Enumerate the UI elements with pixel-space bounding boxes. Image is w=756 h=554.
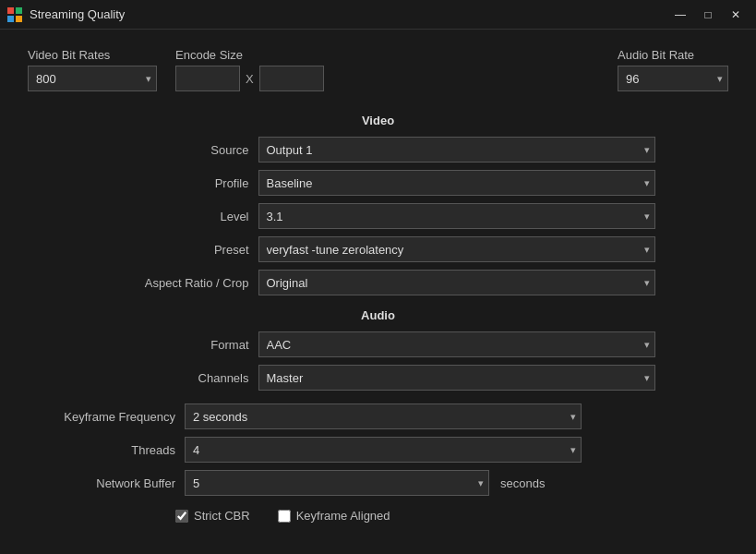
profile-control: Baseline Main High bbox=[258, 170, 655, 196]
keyframe-aligned-item[interactable]: Keyframe Aligned bbox=[278, 509, 390, 523]
aspect-select[interactable]: Original 16:9 4:3 1:1 bbox=[258, 270, 655, 295]
audio-bit-rate-select[interactable]: 96 128 160 192 256 320 bbox=[618, 66, 728, 91]
threads-control: 4 1 2 8 bbox=[185, 437, 582, 463]
strict-cbr-checkbox[interactable] bbox=[175, 510, 188, 523]
encode-inputs: 1280 X 720 bbox=[175, 66, 324, 91]
source-label: Source bbox=[102, 143, 249, 157]
network-buffer-select[interactable]: 5 1 2 3 10 bbox=[185, 470, 489, 496]
video-form-grid: Source Output 1 Output 2 Scene 1 Profile… bbox=[102, 137, 655, 295]
preset-label: Preset bbox=[102, 243, 249, 257]
close-button[interactable]: ✕ bbox=[723, 5, 749, 25]
source-wrapper: Output 1 Output 2 Scene 1 bbox=[258, 137, 655, 163]
threads-wrapper: 4 1 2 8 bbox=[185, 437, 582, 463]
keyframe-label: Keyframe Frequency bbox=[28, 410, 175, 424]
app-icon bbox=[7, 7, 22, 22]
network-buffer-control: 5 1 2 3 10 seconds bbox=[185, 470, 582, 496]
video-section-title: Video bbox=[28, 114, 728, 127]
audio-bit-rate-label: Audio Bit Rate bbox=[618, 48, 728, 62]
preset-wrapper: veryfast -tune zerolatency fast medium s… bbox=[258, 236, 655, 262]
source-select[interactable]: Output 1 Output 2 Scene 1 bbox=[258, 137, 655, 163]
audio-section-title: Audio bbox=[28, 308, 728, 322]
audio-bit-rate-wrapper: 96 128 160 192 256 320 bbox=[618, 66, 728, 91]
x-separator: X bbox=[246, 72, 254, 86]
aspect-control: Original 16:9 4:3 1:1 bbox=[258, 270, 655, 295]
titlebar: Streaming Quality — □ ✕ bbox=[0, 0, 756, 30]
checkboxes-row: Strict CBR Keyframe Aligned bbox=[28, 509, 728, 523]
keyframe-select[interactable]: 2 seconds 1 second 3 seconds 4 seconds bbox=[185, 403, 582, 429]
encode-size-label: Encode Size bbox=[175, 48, 324, 62]
keyframe-aligned-checkbox[interactable] bbox=[278, 510, 291, 523]
profile-wrapper: Baseline Main High bbox=[258, 170, 655, 196]
encode-size-group: Encode Size 1280 X 720 bbox=[175, 48, 324, 91]
video-bit-rates-select[interactable]: 800 1000 1500 2000 3000 5000 bbox=[28, 66, 157, 91]
channels-wrapper: Master Mono Stereo bbox=[258, 365, 655, 391]
bottom-form-grid: Keyframe Frequency 2 seconds 1 second 3 … bbox=[28, 403, 582, 496]
video-bit-rates-wrapper: 800 1000 1500 2000 3000 5000 bbox=[28, 66, 157, 91]
format-wrapper: AAC MP3 Opus bbox=[258, 331, 655, 357]
minimize-button[interactable]: — bbox=[667, 5, 693, 25]
keyframe-control: 2 seconds 1 second 3 seconds 4 seconds bbox=[185, 403, 582, 429]
video-bit-rates-group: Video Bit Rates 800 1000 1500 2000 3000 … bbox=[28, 48, 157, 91]
channels-control: Master Mono Stereo bbox=[258, 365, 655, 391]
seconds-label: seconds bbox=[500, 476, 545, 490]
strict-cbr-label: Strict CBR bbox=[194, 509, 250, 523]
level-select[interactable]: 3.0 3.1 3.2 4.0 4.1 4.2 bbox=[258, 203, 655, 229]
encode-width-input[interactable]: 1280 bbox=[175, 66, 240, 91]
format-select[interactable]: AAC MP3 Opus bbox=[258, 331, 655, 357]
profile-label: Profile bbox=[102, 176, 249, 190]
keyframe-aligned-label: Keyframe Aligned bbox=[296, 509, 390, 523]
source-control: Output 1 Output 2 Scene 1 bbox=[258, 137, 655, 163]
video-section: Video Source Output 1 Output 2 Scene 1 P… bbox=[28, 114, 728, 295]
video-bit-rates-label: Video Bit Rates bbox=[28, 48, 157, 62]
profile-select[interactable]: Baseline Main High bbox=[258, 170, 655, 196]
network-buffer-label: Network Buffer bbox=[28, 476, 175, 490]
aspect-label: Aspect Ratio / Crop bbox=[102, 276, 249, 290]
window-controls: — □ ✕ bbox=[667, 5, 749, 25]
encode-height-input[interactable]: 720 bbox=[259, 66, 324, 91]
audio-section: Audio Format AAC MP3 Opus Channels Maste… bbox=[28, 308, 728, 391]
format-control: AAC MP3 Opus bbox=[258, 331, 655, 357]
maximize-button[interactable]: □ bbox=[695, 5, 721, 25]
audio-form-grid: Format AAC MP3 Opus Channels Master Mono bbox=[102, 331, 655, 391]
channels-label: Channels bbox=[102, 371, 249, 385]
preset-control: veryfast -tune zerolatency fast medium s… bbox=[258, 236, 655, 262]
preset-select[interactable]: veryfast -tune zerolatency fast medium s… bbox=[258, 236, 655, 262]
threads-label: Threads bbox=[28, 443, 175, 457]
keyframe-wrapper: 2 seconds 1 second 3 seconds 4 seconds bbox=[185, 403, 582, 429]
level-control: 3.0 3.1 3.2 4.0 4.1 4.2 bbox=[258, 203, 655, 229]
aspect-wrapper: Original 16:9 4:3 1:1 bbox=[258, 270, 655, 295]
audio-bit-rate-group: Audio Bit Rate 96 128 160 192 256 320 bbox=[618, 48, 728, 91]
window-title: Streaming Quality bbox=[30, 7, 667, 21]
threads-select[interactable]: 4 1 2 8 bbox=[185, 437, 582, 463]
strict-cbr-item[interactable]: Strict CBR bbox=[175, 509, 250, 523]
level-label: Level bbox=[102, 210, 249, 223]
main-content: Video Bit Rates 800 1000 1500 2000 3000 … bbox=[0, 30, 756, 541]
level-wrapper: 3.0 3.1 3.2 4.0 4.1 4.2 bbox=[258, 203, 655, 229]
format-label: Format bbox=[102, 338, 249, 352]
network-buffer-wrapper: 5 1 2 3 10 bbox=[185, 470, 489, 496]
top-controls: Video Bit Rates 800 1000 1500 2000 3000 … bbox=[28, 48, 728, 91]
channels-select[interactable]: Master Mono Stereo bbox=[258, 365, 655, 391]
